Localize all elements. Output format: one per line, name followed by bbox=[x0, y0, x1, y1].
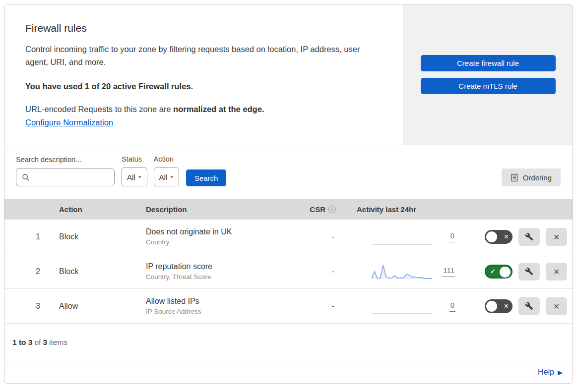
total-text: 3 bbox=[43, 338, 47, 346]
column-activity: Activity last 24hr bbox=[357, 205, 458, 214]
column-action: Action bbox=[49, 205, 136, 214]
actions-panel: Create firewall rule Create mTLS rule bbox=[403, 4, 573, 145]
rule-description: Does not originate in UK bbox=[146, 227, 287, 236]
status-dropdown-value: All bbox=[127, 173, 135, 181]
activity-count-link[interactable]: 0 bbox=[449, 231, 455, 242]
toggle-knob bbox=[486, 231, 497, 242]
activity-count-link[interactable]: 111 bbox=[442, 266, 455, 277]
rule-action: Allow bbox=[49, 302, 136, 311]
pagination-summary: 1 to 3 of 3 items bbox=[4, 324, 573, 361]
wrench-icon bbox=[525, 232, 533, 241]
rule-priority: 2 bbox=[4, 267, 49, 276]
activity-count-link[interactable]: 0 bbox=[449, 301, 455, 312]
ordering-button-label: Ordering bbox=[523, 173, 552, 182]
create-mtls-rule-button[interactable]: Create mTLS rule bbox=[421, 78, 556, 94]
rule-action: Block bbox=[49, 267, 136, 276]
close-icon: × bbox=[554, 232, 560, 242]
search-input[interactable] bbox=[34, 173, 124, 181]
edit-rule-button[interactable] bbox=[518, 228, 540, 246]
range-text: 1 to 3 bbox=[12, 338, 32, 346]
rule-description: IP reputation score bbox=[146, 262, 287, 271]
action-label: Action bbox=[154, 155, 180, 163]
status-toggle[interactable]: ✓ × bbox=[485, 265, 512, 279]
delete-rule-button[interactable]: × bbox=[546, 297, 567, 315]
x-icon: × bbox=[504, 233, 509, 241]
edit-rule-button[interactable] bbox=[518, 263, 540, 280]
help-link-label: Help bbox=[538, 368, 554, 377]
table-row: 3 Allow Allow listed IPs IP Source Addre… bbox=[4, 289, 573, 324]
rule-csr-value: - bbox=[287, 267, 357, 276]
ordering-button[interactable]: Ordering bbox=[502, 168, 561, 186]
column-csr: CSR bbox=[310, 205, 325, 214]
delete-rule-button[interactable]: × bbox=[546, 228, 567, 246]
search-box[interactable] bbox=[16, 168, 115, 186]
check-icon: ✓ bbox=[490, 268, 496, 275]
table-row: 2 Block IP reputation score Country, Thr… bbox=[4, 254, 573, 289]
rule-criteria: IP Source Address bbox=[146, 308, 287, 315]
action-dropdown-value: All bbox=[159, 173, 168, 181]
table-row: 1 Block Does not originate in UK Country… bbox=[4, 220, 573, 254]
rule-priority: 3 bbox=[4, 302, 49, 311]
activity-sparkline bbox=[371, 297, 433, 315]
rule-csr-value: - bbox=[287, 302, 357, 311]
chevron-down-icon: ▼ bbox=[170, 175, 174, 179]
of-text: of bbox=[34, 338, 41, 347]
create-firewall-rule-button[interactable]: Create firewall rule bbox=[421, 55, 556, 71]
status-label: Status bbox=[122, 155, 147, 163]
delete-rule-button[interactable]: × bbox=[546, 263, 567, 280]
rule-priority: 1 bbox=[4, 232, 49, 241]
help-bar: Help ▶ bbox=[4, 361, 573, 383]
x-icon: × bbox=[504, 302, 509, 310]
normalization-note: URL-encoded Requests to this zone are no… bbox=[25, 105, 382, 114]
status-toggle[interactable]: ✓ × bbox=[485, 299, 512, 313]
page-description: Control incoming traffic to your zone by… bbox=[25, 43, 382, 68]
list-document-icon bbox=[511, 173, 518, 182]
help-link[interactable]: Help ▶ bbox=[538, 368, 563, 377]
toggle-knob bbox=[500, 267, 511, 278]
close-icon: × bbox=[554, 301, 560, 311]
activity-sparkline bbox=[371, 263, 433, 280]
normalization-bold-text: normalized at the edge. bbox=[173, 105, 264, 113]
table-header: Action Description CSR i Activity last 2… bbox=[4, 199, 573, 220]
page-title: Firewall rules bbox=[25, 22, 382, 34]
rule-criteria: Country, Threat Score bbox=[146, 273, 287, 280]
activity-sparkline bbox=[371, 228, 433, 246]
normalization-text: URL-encoded Requests to this zone are bbox=[25, 105, 173, 113]
header-panel: Firewall rules Control incoming traffic … bbox=[4, 4, 403, 145]
items-text: items bbox=[49, 338, 67, 347]
chevron-down-icon: ▼ bbox=[138, 175, 142, 179]
search-button[interactable]: Search bbox=[186, 169, 226, 186]
rule-criteria: Country bbox=[146, 238, 287, 246]
wrench-icon bbox=[525, 302, 533, 310]
column-description: Description bbox=[136, 205, 287, 214]
close-icon: × bbox=[554, 267, 560, 277]
info-icon[interactable]: i bbox=[328, 206, 336, 213]
rule-action: Block bbox=[49, 232, 136, 241]
action-dropdown[interactable]: All ▼ bbox=[154, 168, 180, 186]
usage-summary: You have used 1 of 20 active Firewall ru… bbox=[25, 82, 382, 91]
toggle-knob bbox=[486, 301, 497, 312]
top-section: Firewall rules Control incoming traffic … bbox=[4, 4, 573, 145]
configure-normalization-link[interactable]: Configure Normalization bbox=[25, 118, 113, 127]
rule-description: Allow listed IPs bbox=[146, 297, 287, 306]
edit-rule-button[interactable] bbox=[518, 297, 540, 315]
search-label: Search description... bbox=[16, 156, 115, 164]
arrow-right-icon: ▶ bbox=[558, 369, 563, 376]
firewall-rules-card: Firewall rules Control incoming traffic … bbox=[4, 4, 573, 384]
status-dropdown[interactable]: All ▼ bbox=[122, 168, 147, 186]
rule-csr-value: - bbox=[287, 232, 357, 241]
search-icon bbox=[22, 173, 30, 181]
wrench-icon bbox=[525, 267, 533, 276]
status-toggle[interactable]: ✓ × bbox=[485, 230, 512, 244]
filter-bar: Search description... Status All ▼ Actio… bbox=[4, 145, 573, 199]
